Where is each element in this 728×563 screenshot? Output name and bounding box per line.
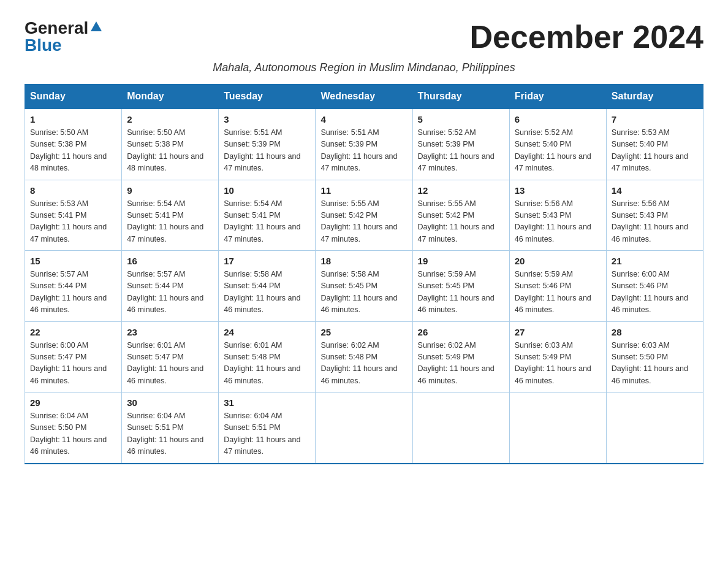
day-number: 22 [30,327,116,337]
calendar-day-cell: 7Sunrise: 5:53 AMSunset: 5:40 PMDaylight… [606,109,703,180]
day-info: Sunrise: 5:53 AMSunset: 5:40 PMDaylight:… [612,127,698,175]
day-number: 29 [30,397,116,408]
col-header-saturday: Saturday [606,85,703,109]
day-info: Sunrise: 5:55 AMSunset: 5:42 PMDaylight:… [320,198,407,246]
day-info: Sunrise: 5:59 AMSunset: 5:45 PMDaylight:… [418,269,504,316]
day-number: 19 [418,256,504,266]
calendar-day-cell: 2Sunrise: 5:50 AMSunset: 5:38 PMDaylight… [122,109,219,180]
logo-blue: Blue [25,36,62,55]
calendar-day-cell: 9Sunrise: 5:54 AMSunset: 5:41 PMDaylight… [122,180,219,251]
col-header-thursday: Thursday [412,85,509,109]
day-info: Sunrise: 6:01 AMSunset: 5:48 PMDaylight:… [224,340,310,388]
day-number: 11 [320,185,407,196]
calendar-day-cell: 17Sunrise: 5:58 AMSunset: 5:44 PMDayligh… [219,251,316,322]
day-info: Sunrise: 5:56 AMSunset: 5:43 PMDaylight:… [515,198,601,246]
day-number: 27 [515,327,601,337]
day-number: 1 [30,114,116,124]
day-info: Sunrise: 5:58 AMSunset: 5:45 PMDaylight:… [320,269,407,316]
day-info: Sunrise: 6:01 AMSunset: 5:47 PMDaylight:… [127,340,213,388]
day-number: 7 [612,114,698,124]
day-number: 28 [612,327,698,337]
logo-icon [89,20,103,34]
header: General Blue December 2024 [25,18,703,55]
day-number: 16 [127,256,213,266]
day-info: Sunrise: 5:52 AMSunset: 5:39 PMDaylight:… [418,127,504,175]
calendar-day-cell: 11Sunrise: 5:55 AMSunset: 5:42 PMDayligh… [316,180,412,251]
day-info: Sunrise: 6:04 AMSunset: 5:51 PMDaylight:… [224,410,310,458]
calendar-day-cell: 13Sunrise: 5:56 AMSunset: 5:43 PMDayligh… [509,180,606,251]
col-header-sunday: Sunday [25,85,122,109]
calendar-week-row: 8Sunrise: 5:53 AMSunset: 5:41 PMDaylight… [25,180,703,251]
day-number: 4 [320,114,407,124]
calendar-day-cell: 20Sunrise: 5:59 AMSunset: 5:46 PMDayligh… [509,251,606,322]
calendar-week-row: 1Sunrise: 5:50 AMSunset: 5:38 PMDaylight… [25,109,703,180]
calendar-day-cell: 5Sunrise: 5:52 AMSunset: 5:39 PMDaylight… [412,109,509,180]
calendar-day-cell: 25Sunrise: 6:02 AMSunset: 5:48 PMDayligh… [316,321,412,393]
day-number: 13 [515,185,601,196]
day-number: 2 [127,114,213,124]
day-info: Sunrise: 5:57 AMSunset: 5:44 PMDaylight:… [30,269,116,316]
calendar-day-cell: 4Sunrise: 5:51 AMSunset: 5:39 PMDaylight… [316,109,412,180]
calendar-day-cell: 23Sunrise: 6:01 AMSunset: 5:47 PMDayligh… [122,321,219,393]
day-info: Sunrise: 6:00 AMSunset: 5:47 PMDaylight:… [30,340,116,388]
day-info: Sunrise: 6:04 AMSunset: 5:51 PMDaylight:… [127,410,213,458]
calendar-day-cell: 18Sunrise: 5:58 AMSunset: 5:45 PMDayligh… [316,251,412,322]
calendar-day-cell: 15Sunrise: 5:57 AMSunset: 5:44 PMDayligh… [25,251,122,322]
calendar-header-row: SundayMondayTuesdayWednesdayThursdayFrid… [25,85,703,109]
day-number: 14 [612,185,698,196]
calendar-table: SundayMondayTuesdayWednesdayThursdayFrid… [25,84,703,464]
calendar-week-row: 22Sunrise: 6:00 AMSunset: 5:47 PMDayligh… [25,321,703,393]
calendar-day-cell: 8Sunrise: 5:53 AMSunset: 5:41 PMDaylight… [25,180,122,251]
day-number: 21 [612,256,698,266]
day-number: 9 [127,185,213,196]
calendar-day-cell [316,393,412,464]
day-info: Sunrise: 5:54 AMSunset: 5:41 PMDaylight:… [224,198,310,246]
day-info: Sunrise: 5:51 AMSunset: 5:39 PMDaylight:… [224,127,310,175]
calendar-day-cell: 28Sunrise: 6:03 AMSunset: 5:50 PMDayligh… [606,321,703,393]
day-number: 6 [515,114,601,124]
day-number: 15 [30,256,116,266]
day-info: Sunrise: 6:04 AMSunset: 5:50 PMDaylight:… [30,410,116,458]
day-number: 8 [30,185,116,196]
day-number: 30 [127,397,213,408]
day-info: Sunrise: 5:50 AMSunset: 5:38 PMDaylight:… [127,127,213,175]
day-info: Sunrise: 6:02 AMSunset: 5:48 PMDaylight:… [320,340,407,388]
day-number: 10 [224,185,310,196]
calendar-day-cell: 14Sunrise: 5:56 AMSunset: 5:43 PMDayligh… [606,180,703,251]
day-number: 26 [418,327,504,337]
calendar-day-cell: 30Sunrise: 6:04 AMSunset: 5:51 PMDayligh… [122,393,219,464]
day-number: 25 [320,327,407,337]
calendar-day-cell: 1Sunrise: 5:50 AMSunset: 5:38 PMDaylight… [25,109,122,180]
day-info: Sunrise: 5:51 AMSunset: 5:39 PMDaylight:… [320,127,407,175]
day-number: 24 [224,327,310,337]
day-number: 17 [224,256,310,266]
day-info: Sunrise: 6:03 AMSunset: 5:50 PMDaylight:… [612,340,698,388]
calendar-day-cell [509,393,606,464]
day-number: 20 [515,256,601,266]
day-info: Sunrise: 5:53 AMSunset: 5:41 PMDaylight:… [30,198,116,246]
day-info: Sunrise: 5:55 AMSunset: 5:42 PMDaylight:… [418,198,504,246]
calendar-day-cell: 24Sunrise: 6:01 AMSunset: 5:48 PMDayligh… [219,321,316,393]
logo: General Blue [25,18,103,55]
col-header-tuesday: Tuesday [219,85,316,109]
day-number: 18 [320,256,407,266]
calendar-day-cell: 19Sunrise: 5:59 AMSunset: 5:45 PMDayligh… [412,251,509,322]
calendar-day-cell [606,393,703,464]
day-info: Sunrise: 6:02 AMSunset: 5:49 PMDaylight:… [418,340,504,388]
calendar-day-cell: 27Sunrise: 6:03 AMSunset: 5:49 PMDayligh… [509,321,606,393]
month-title: December 2024 [469,18,703,55]
calendar-week-row: 29Sunrise: 6:04 AMSunset: 5:50 PMDayligh… [25,393,703,464]
col-header-wednesday: Wednesday [316,85,412,109]
day-number: 31 [224,397,310,408]
day-info: Sunrise: 5:57 AMSunset: 5:44 PMDaylight:… [127,269,213,316]
day-info: Sunrise: 6:03 AMSunset: 5:49 PMDaylight:… [515,340,601,388]
calendar-day-cell: 6Sunrise: 5:52 AMSunset: 5:40 PMDaylight… [509,109,606,180]
day-info: Sunrise: 5:58 AMSunset: 5:44 PMDaylight:… [224,269,310,316]
calendar-day-cell: 22Sunrise: 6:00 AMSunset: 5:47 PMDayligh… [25,321,122,393]
day-number: 23 [127,327,213,337]
calendar-subtitle: Mahala, Autonomous Region in Muslim Mind… [25,61,703,74]
col-header-monday: Monday [122,85,219,109]
col-header-friday: Friday [509,85,606,109]
calendar-day-cell: 12Sunrise: 5:55 AMSunset: 5:42 PMDayligh… [412,180,509,251]
calendar-week-row: 15Sunrise: 5:57 AMSunset: 5:44 PMDayligh… [25,251,703,322]
